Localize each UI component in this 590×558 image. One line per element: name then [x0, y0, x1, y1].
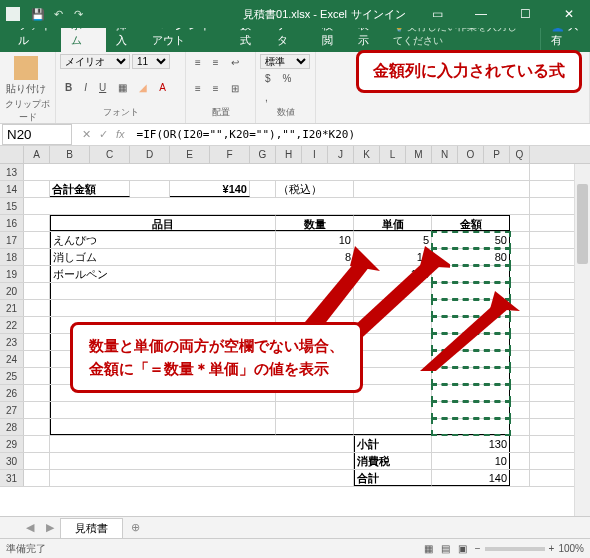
cell[interactable]	[432, 402, 510, 418]
cell[interactable]	[50, 300, 276, 316]
col-header-K[interactable]: K	[354, 146, 380, 163]
bold-button[interactable]: B	[60, 79, 77, 96]
cell[interactable]	[250, 181, 276, 197]
cell[interactable]	[24, 402, 50, 418]
minimize-icon[interactable]: —	[460, 0, 502, 28]
cell[interactable]	[24, 368, 50, 384]
currency-icon[interactable]: $	[260, 70, 276, 87]
col-header-P[interactable]: P	[484, 146, 510, 163]
total-row-label[interactable]: 小計	[354, 436, 432, 452]
col-header-M[interactable]: M	[406, 146, 432, 163]
enter-icon[interactable]: ✓	[95, 128, 112, 141]
cell[interactable]	[24, 436, 50, 452]
cell[interactable]	[510, 249, 530, 265]
save-icon[interactable]: 💾	[30, 6, 46, 22]
col-header-L[interactable]: L	[380, 146, 406, 163]
row-header[interactable]: 17	[0, 232, 24, 248]
cell[interactable]	[24, 334, 50, 350]
row-header[interactable]: 20	[0, 283, 24, 299]
cell[interactable]	[24, 198, 530, 214]
cell[interactable]	[130, 181, 170, 197]
cell[interactable]	[24, 249, 50, 265]
col-header-G[interactable]: G	[250, 146, 276, 163]
row-header[interactable]: 15	[0, 198, 24, 214]
cell[interactable]	[432, 419, 510, 435]
view-layout-icon[interactable]: ▤	[441, 543, 450, 554]
fx-icon[interactable]: fx	[112, 128, 129, 141]
undo-icon[interactable]: ↶	[50, 6, 66, 22]
signin-button[interactable]: サインイン	[343, 0, 414, 28]
cell[interactable]	[50, 419, 276, 435]
fill-color-button[interactable]: ◢	[134, 79, 152, 96]
align-left-icon[interactable]: ≡	[190, 80, 206, 97]
cell[interactable]	[24, 470, 50, 486]
cell[interactable]	[510, 436, 530, 452]
col-header-I[interactable]: I	[302, 146, 328, 163]
sheet-nav-prev-icon[interactable]: ◀	[20, 521, 40, 534]
hdr-item[interactable]: 品目	[50, 215, 276, 231]
col-header-H[interactable]: H	[276, 146, 302, 163]
cell[interactable]	[432, 385, 510, 401]
row-header[interactable]: 18	[0, 249, 24, 265]
cell[interactable]	[510, 419, 530, 435]
ribbon-options-icon[interactable]: ▭	[416, 0, 458, 28]
row-header[interactable]: 28	[0, 419, 24, 435]
cell[interactable]	[24, 266, 50, 282]
row-header[interactable]: 14	[0, 181, 24, 197]
hdr-price[interactable]: 単価	[354, 215, 432, 231]
col-header-J[interactable]: J	[328, 146, 354, 163]
cell[interactable]	[24, 317, 50, 333]
total-row-label[interactable]: 合計	[354, 470, 432, 486]
cell[interactable]	[24, 232, 50, 248]
zoom-slider[interactable]: −+100%	[475, 543, 584, 554]
merge-icon[interactable]: ⊞	[226, 80, 244, 97]
tax-note[interactable]: （税込）	[276, 181, 354, 197]
cell[interactable]	[510, 402, 530, 418]
col-header-C[interactable]: C	[90, 146, 130, 163]
wrap-icon[interactable]: ↩	[226, 54, 244, 71]
cell[interactable]	[24, 385, 50, 401]
align-center-icon[interactable]: ≡	[208, 80, 224, 97]
cell[interactable]	[510, 215, 530, 231]
col-header-O[interactable]: O	[458, 146, 484, 163]
cell[interactable]	[50, 283, 276, 299]
row-header[interactable]: 29	[0, 436, 24, 452]
cell[interactable]	[24, 181, 50, 197]
row-header[interactable]: 16	[0, 215, 24, 231]
hdr-qty[interactable]: 数量	[276, 215, 354, 231]
item-name[interactable]: ボールペン	[50, 266, 276, 282]
select-all-button[interactable]	[0, 146, 24, 163]
col-header-E[interactable]: E	[170, 146, 210, 163]
redo-icon[interactable]: ↷	[70, 6, 86, 22]
font-name-select[interactable]: メイリオ	[60, 54, 130, 69]
cell[interactable]	[24, 283, 50, 299]
cancel-icon[interactable]: ✕	[78, 128, 95, 141]
cell[interactable]	[24, 453, 50, 469]
row-header[interactable]: 19	[0, 266, 24, 282]
row-header[interactable]: 21	[0, 300, 24, 316]
font-size-select[interactable]: 11	[132, 54, 170, 69]
cell[interactable]	[24, 351, 50, 367]
align-mid-icon[interactable]: ≡	[208, 54, 224, 71]
col-header-F[interactable]: F	[210, 146, 250, 163]
total-row-value[interactable]: 10	[432, 453, 510, 469]
cell[interactable]	[510, 453, 530, 469]
cell[interactable]	[50, 436, 354, 452]
align-top-icon[interactable]: ≡	[190, 54, 206, 71]
cell[interactable]	[276, 402, 354, 418]
row-header[interactable]: 23	[0, 334, 24, 350]
col-header-B[interactable]: B	[50, 146, 90, 163]
sheet-tab[interactable]: 見積書	[60, 518, 123, 538]
total-label[interactable]: 合計金額	[50, 181, 130, 197]
cell[interactable]	[354, 385, 432, 401]
cell[interactable]	[24, 300, 50, 316]
row-header[interactable]: 22	[0, 317, 24, 333]
row-header[interactable]: 30	[0, 453, 24, 469]
item-name[interactable]: えんぴつ	[50, 232, 276, 248]
maximize-icon[interactable]: ☐	[504, 0, 546, 28]
close-icon[interactable]: ✕	[548, 0, 590, 28]
cell[interactable]	[50, 470, 354, 486]
scrollbar-thumb[interactable]	[577, 184, 588, 264]
vertical-scrollbar[interactable]	[574, 164, 590, 516]
cell[interactable]	[24, 164, 530, 180]
